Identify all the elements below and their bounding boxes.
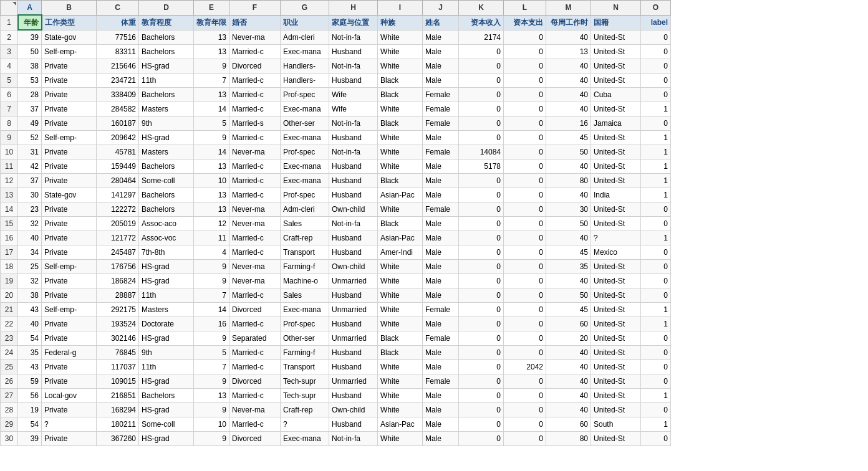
cell-28-col9[interactable]: White xyxy=(378,403,423,417)
cell-25-col9[interactable]: White xyxy=(378,360,423,374)
cell-3-col1[interactable]: 50 xyxy=(18,45,42,59)
cell-25-col6[interactable]: Married-c xyxy=(229,360,281,374)
cell-27-col15[interactable]: 1 xyxy=(641,389,671,403)
cell-7-col12[interactable]: 0 xyxy=(504,102,546,117)
cell-28-col6[interactable]: Never-ma xyxy=(229,403,281,417)
cell-5-col15[interactable]: 0 xyxy=(641,74,671,88)
cell-23-col3[interactable]: 302146 xyxy=(97,331,139,346)
cell-1-col7[interactable]: 职业 xyxy=(281,15,329,30)
cell-10-col6[interactable]: Never-ma xyxy=(229,145,281,159)
cell-17-col1[interactable]: 34 xyxy=(18,245,42,260)
cell-28-col14[interactable]: United-St xyxy=(591,403,641,417)
cell-11-col11[interactable]: 5178 xyxy=(459,159,504,174)
cell-9-col11[interactable]: 0 xyxy=(459,131,504,145)
cell-2-col12[interactable]: 0 xyxy=(504,30,546,45)
cell-1-col4[interactable]: 教育程度 xyxy=(139,15,194,30)
cell-12-col10[interactable]: Male xyxy=(423,174,459,188)
cell-11-col6[interactable]: Married-c xyxy=(229,159,281,174)
cell-20-col1[interactable]: 38 xyxy=(18,288,42,303)
col-header-B[interactable]: B xyxy=(42,1,97,16)
cell-24-col5[interactable]: 5 xyxy=(194,346,229,360)
cell-18-col3[interactable]: 176756 xyxy=(97,260,139,274)
cell-16-col5[interactable]: 11 xyxy=(194,231,229,245)
cell-28-col12[interactable]: 0 xyxy=(504,403,546,417)
col-header-G[interactable]: G xyxy=(281,1,329,16)
table-row[interactable]: 438Private215646HS-grad9DivorcedHandlers… xyxy=(1,59,671,74)
cell-5-col3[interactable]: 234721 xyxy=(97,74,139,88)
cell-21-col9[interactable]: White xyxy=(378,303,423,317)
cell-11-col2[interactable]: Private xyxy=(42,159,97,174)
cell-2-col10[interactable]: Male xyxy=(423,30,459,45)
cell-4-col9[interactable]: White xyxy=(378,59,423,74)
col-header-J[interactable]: J xyxy=(423,1,459,16)
cell-24-col9[interactable]: Black xyxy=(378,346,423,360)
cell-23-col2[interactable]: Private xyxy=(42,331,97,346)
cell-8-col3[interactable]: 160187 xyxy=(97,117,139,131)
cell-7-col1[interactable]: 37 xyxy=(18,102,42,117)
cell-17-col13[interactable]: 45 xyxy=(546,245,591,260)
cell-6-col3[interactable]: 338409 xyxy=(97,88,139,102)
cell-20-col11[interactable]: 0 xyxy=(459,288,504,303)
cell-9-col9[interactable]: White xyxy=(378,131,423,145)
cell-17-col12[interactable]: 0 xyxy=(504,245,546,260)
cell-27-col9[interactable]: White xyxy=(378,389,423,403)
cell-18-col9[interactable]: White xyxy=(378,260,423,274)
cell-1-col8[interactable]: 家庭与位置 xyxy=(329,15,378,30)
cell-23-col6[interactable]: Separated xyxy=(229,331,281,346)
cell-9-col4[interactable]: HS-grad xyxy=(139,131,194,145)
cell-17-col15[interactable]: 0 xyxy=(641,245,671,260)
cell-5-col13[interactable]: 40 xyxy=(546,74,591,88)
cell-25-col5[interactable]: 7 xyxy=(194,360,229,374)
cell-17-col6[interactable]: Married-c xyxy=(229,245,281,260)
cell-17-col8[interactable]: Husband xyxy=(329,245,378,260)
cell-27-col11[interactable]: 0 xyxy=(459,389,504,403)
cell-29-col12[interactable]: 0 xyxy=(504,417,546,432)
cell-8-col14[interactable]: Jamaica xyxy=(591,117,641,131)
cell-26-col8[interactable]: Unmarried xyxy=(329,374,378,389)
cell-14-col4[interactable]: Bachelors xyxy=(139,202,194,217)
cell-11-col7[interactable]: Exec-mana xyxy=(281,159,329,174)
cell-17-col14[interactable]: Mexico xyxy=(591,245,641,260)
cell-29-col11[interactable]: 0 xyxy=(459,417,504,432)
cell-12-col12[interactable]: 0 xyxy=(504,174,546,188)
cell-16-col8[interactable]: Husband xyxy=(329,231,378,245)
cell-29-col1[interactable]: 54 xyxy=(18,417,42,432)
cell-11-col15[interactable]: 1 xyxy=(641,159,671,174)
cell-14-col5[interactable]: 13 xyxy=(194,202,229,217)
cell-20-col3[interactable]: 28887 xyxy=(97,288,139,303)
cell-13-col7[interactable]: Prof-spec xyxy=(281,188,329,202)
cell-10-col9[interactable]: White xyxy=(378,145,423,159)
cell-20-col4[interactable]: 11th xyxy=(139,288,194,303)
cell-12-col8[interactable]: Husband xyxy=(329,174,378,188)
cell-23-col7[interactable]: Other-ser xyxy=(281,331,329,346)
cell-2-col8[interactable]: Not-in-fa xyxy=(329,30,378,45)
cell-12-col1[interactable]: 37 xyxy=(18,174,42,188)
col-header-M[interactable]: M xyxy=(546,1,591,16)
cell-30-col14[interactable]: United-St xyxy=(591,432,641,446)
table-row[interactable]: 1330State-gov141297Bachelors13Married-cP… xyxy=(1,188,671,202)
cell-4-col8[interactable]: Not-in-fa xyxy=(329,59,378,74)
cell-12-col11[interactable]: 0 xyxy=(459,174,504,188)
cell-3-col8[interactable]: Husband xyxy=(329,45,378,59)
cell-12-col5[interactable]: 10 xyxy=(194,174,229,188)
cell-25-col14[interactable]: United-St xyxy=(591,360,641,374)
cell-29-col3[interactable]: 180211 xyxy=(97,417,139,432)
cell-8-col13[interactable]: 16 xyxy=(546,117,591,131)
cell-20-col12[interactable]: 0 xyxy=(504,288,546,303)
cell-30-col8[interactable]: Not-in-fa xyxy=(329,432,378,446)
cell-28-col3[interactable]: 168294 xyxy=(97,403,139,417)
cell-14-col13[interactable]: 30 xyxy=(546,202,591,217)
cell-22-col3[interactable]: 193524 xyxy=(97,317,139,331)
cell-5-col5[interactable]: 7 xyxy=(194,74,229,88)
cell-29-col13[interactable]: 60 xyxy=(546,417,591,432)
cell-27-col7[interactable]: Tech-supr xyxy=(281,389,329,403)
cell-13-col4[interactable]: Bachelors xyxy=(139,188,194,202)
cell-22-col11[interactable]: 0 xyxy=(459,317,504,331)
table-row[interactable]: 2240Private193524Doctorate16Married-cPro… xyxy=(1,317,671,331)
cell-26-col10[interactable]: Female xyxy=(423,374,459,389)
cell-9-col2[interactable]: Self-emp- xyxy=(42,131,97,145)
cell-11-col5[interactable]: 13 xyxy=(194,159,229,174)
cell-21-col7[interactable]: Exec-mana xyxy=(281,303,329,317)
cell-19-col12[interactable]: 0 xyxy=(504,274,546,288)
cell-17-col10[interactable]: Male xyxy=(423,245,459,260)
